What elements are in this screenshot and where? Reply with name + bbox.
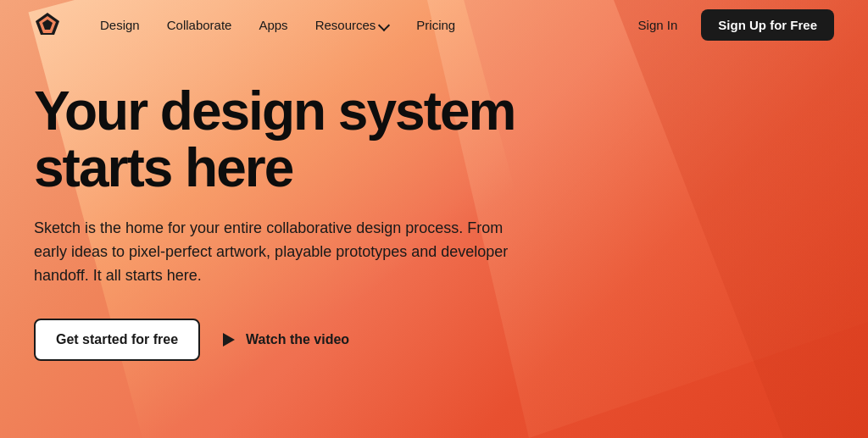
hero-description: Sketch is the home for your entire colla… xyxy=(34,217,509,288)
signup-button[interactable]: Sign Up for Free xyxy=(701,9,834,41)
nav-link-apps[interactable]: Apps xyxy=(247,11,299,39)
sign-in-button[interactable]: Sign In xyxy=(625,11,692,39)
get-started-button[interactable]: Get started for free xyxy=(34,319,200,361)
nav-actions: Sign In Sign Up for Free xyxy=(625,9,834,41)
nav-links: Design Collaborate Apps Resources Pricin… xyxy=(88,11,625,39)
hero-section: Your design system starts here Sketch is… xyxy=(0,49,593,361)
nav-link-pricing[interactable]: Pricing xyxy=(404,11,467,39)
hero-actions: Get started for free Watch the video xyxy=(34,319,559,361)
chevron-down-icon xyxy=(379,19,389,30)
hero-title: Your design system starts here xyxy=(34,83,559,197)
watch-video-label: Watch the video xyxy=(246,332,349,347)
nav-link-design[interactable]: Design xyxy=(88,11,152,39)
nav-link-collaborate[interactable]: Collaborate xyxy=(155,11,244,39)
page-wrapper: Design Collaborate Apps Resources Pricin… xyxy=(0,0,868,438)
brand-logo[interactable] xyxy=(34,11,61,38)
watch-video-button[interactable]: Watch the video xyxy=(220,331,349,348)
nav-link-resources[interactable]: Resources xyxy=(303,11,402,39)
navbar: Design Collaborate Apps Resources Pricin… xyxy=(0,0,868,49)
play-icon xyxy=(220,331,237,348)
